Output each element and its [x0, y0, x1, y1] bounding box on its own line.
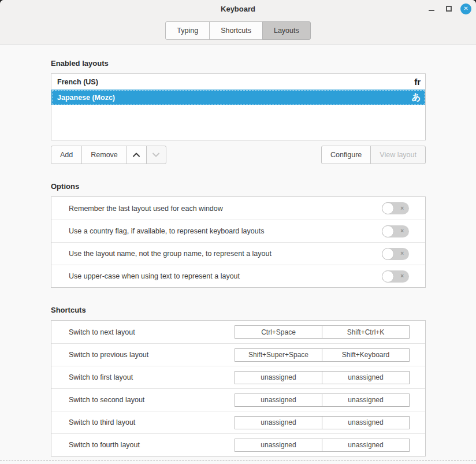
keybinding-button[interactable]: unassigned: [235, 439, 322, 452]
shortcut-row-third-layout: Switch to third layout unassigned unassi…: [51, 411, 425, 433]
keybinding-button[interactable]: unassigned: [235, 394, 322, 407]
configure-layout-button[interactable]: Configure: [321, 146, 371, 164]
shortcut-label: Switch to third layout: [69, 418, 235, 426]
keybinding-group: Ctrl+Space Shift+Ctrl+K: [235, 325, 410, 339]
close-icon: ✕: [463, 6, 468, 12]
keybinding-group: unassigned unassigned: [235, 394, 410, 407]
shortcut-row-previous-layout: Switch to previous layout Shift+Super+Sp…: [51, 343, 425, 366]
shortcut-label: Switch to second layout: [69, 396, 235, 404]
toggle-remember-layout[interactable]: ×: [382, 202, 409, 214]
layout-view-button-group: Configure View layout: [321, 146, 426, 164]
toggle-knob: [382, 248, 394, 260]
maximize-button[interactable]: [443, 3, 455, 14]
layout-name: Japanese (Mozc): [57, 94, 412, 102]
shortcut-row-fourth-layout: Switch to fourth layout unassigned unass…: [51, 433, 425, 456]
chevron-up-icon: [132, 151, 141, 159]
layouts-panel: Enabled layouts French (US) fr Japanese …: [0, 59, 476, 456]
keybinding-group: unassigned unassigned: [235, 416, 410, 429]
keybinding-button[interactable]: unassigned: [322, 371, 410, 384]
shortcut-label: Switch to next layout: [69, 328, 235, 336]
enabled-layouts-heading: Enabled layouts: [51, 59, 426, 68]
tab-shortcuts[interactable]: Shortcuts: [209, 21, 263, 40]
keyboard-settings-window: Keyboard ✕ Typing Shortcuts: [0, 0, 476, 464]
window-header: Keyboard ✕ Typing Shortcuts: [0, 0, 476, 44]
keybinding-group: unassigned unassigned: [235, 439, 410, 452]
toggle-off-icon: ×: [400, 228, 404, 234]
toggle-off-icon: ×: [400, 251, 404, 257]
keybinding-button[interactable]: unassigned: [235, 371, 322, 384]
move-layout-down-button[interactable]: [146, 146, 166, 164]
minimize-icon: [429, 10, 434, 11]
keybinding-group: Shift+Super+Space Shift+Keyboard: [235, 348, 410, 362]
toggle-knob: [382, 225, 394, 237]
layout-edit-button-group: Add Remove: [51, 146, 166, 164]
layout-list-actions: Add Remove Configure View layout: [51, 146, 426, 164]
tab-layouts[interactable]: Layouts: [262, 21, 311, 40]
keybinding-button[interactable]: Shift+Super+Space: [235, 348, 322, 362]
shortcuts-card: Switch to next layout Ctrl+Space Shift+C…: [51, 320, 426, 456]
options-card: Remember the last layout used for each w…: [51, 196, 426, 288]
view-layout-button[interactable]: View layout: [370, 146, 426, 164]
tab-typing[interactable]: Typing: [165, 21, 210, 40]
toggle-knob: [382, 270, 394, 283]
layout-indicator-badge: fr: [414, 77, 421, 87]
shortcut-label: Switch to previous layout: [69, 351, 235, 359]
close-button[interactable]: ✕: [460, 3, 471, 14]
shortcut-label: Switch to first layout: [69, 373, 235, 381]
toggle-off-icon: ×: [400, 273, 404, 279]
tab-shortcuts-label: Shortcuts: [221, 27, 251, 35]
shortcut-label: Switch to fourth layout: [69, 441, 235, 449]
tab-group: Typing Shortcuts Layouts: [165, 21, 310, 40]
tab-layouts-label: Layouts: [274, 27, 299, 35]
option-row-layout-name: Use the layout name, not the group name,…: [51, 242, 425, 265]
toggle-knob: [382, 202, 394, 214]
resize-hint-dashed-line: [0, 461, 476, 461]
option-row-upper-case: Use upper-case when using text to repres…: [51, 265, 425, 287]
keybinding-button[interactable]: unassigned: [322, 394, 410, 407]
layout-row-french[interactable]: French (US) fr: [51, 74, 425, 90]
window-controls: ✕: [426, 0, 471, 17]
shortcut-row-second-layout: Switch to second layout unassigned unass…: [51, 388, 425, 411]
keybinding-button[interactable]: Shift+Ctrl+K: [322, 325, 410, 339]
tab-typing-label: Typing: [177, 27, 198, 35]
toggle-country-flag[interactable]: ×: [382, 225, 409, 237]
enabled-layouts-list[interactable]: French (US) fr Japanese (Mozc) あ: [51, 73, 426, 140]
option-label: Use upper-case when using text to repres…: [69, 272, 382, 280]
shortcut-row-first-layout: Switch to first layout unassigned unassi…: [51, 366, 425, 388]
layout-indicator-badge: あ: [412, 92, 421, 103]
keybinding-button[interactable]: unassigned: [322, 439, 410, 452]
window-title: Keyboard: [0, 5, 476, 13]
toggle-off-icon: ×: [400, 206, 404, 211]
titlebar[interactable]: Keyboard ✕: [0, 0, 476, 17]
option-label: Use the layout name, not the group name,…: [69, 250, 382, 258]
chevron-down-icon: [151, 151, 161, 159]
options-heading: Options: [51, 182, 426, 191]
toggle-layout-name[interactable]: ×: [382, 248, 409, 260]
keybinding-button[interactable]: unassigned: [322, 416, 410, 429]
layout-row-japanese-selected[interactable]: Japanese (Mozc) あ: [51, 90, 425, 105]
option-label: Use a country flag, if available, to rep…: [69, 227, 382, 235]
add-layout-button[interactable]: Add: [51, 146, 82, 164]
tab-bar: Typing Shortcuts Layouts: [0, 17, 476, 44]
layout-name: French (US): [57, 78, 414, 86]
keybinding-group: unassigned unassigned: [235, 371, 410, 384]
option-row-remember-layout: Remember the last layout used for each w…: [51, 197, 425, 220]
toggle-upper-case[interactable]: ×: [382, 270, 409, 283]
option-row-country-flag: Use a country flag, if available, to rep…: [51, 220, 425, 242]
move-layout-up-button[interactable]: [127, 146, 147, 164]
keybinding-button[interactable]: Ctrl+Space: [235, 325, 322, 339]
remove-layout-button[interactable]: Remove: [81, 146, 127, 164]
maximize-icon: [446, 6, 452, 12]
keybinding-button[interactable]: unassigned: [235, 416, 322, 429]
option-label: Remember the last layout used for each w…: [69, 205, 382, 213]
minimize-button[interactable]: [426, 3, 437, 14]
keybinding-button[interactable]: Shift+Keyboard: [322, 348, 410, 362]
shortcuts-heading: Shortcuts: [51, 306, 426, 314]
shortcut-row-next-layout: Switch to next layout Ctrl+Space Shift+C…: [51, 321, 425, 343]
